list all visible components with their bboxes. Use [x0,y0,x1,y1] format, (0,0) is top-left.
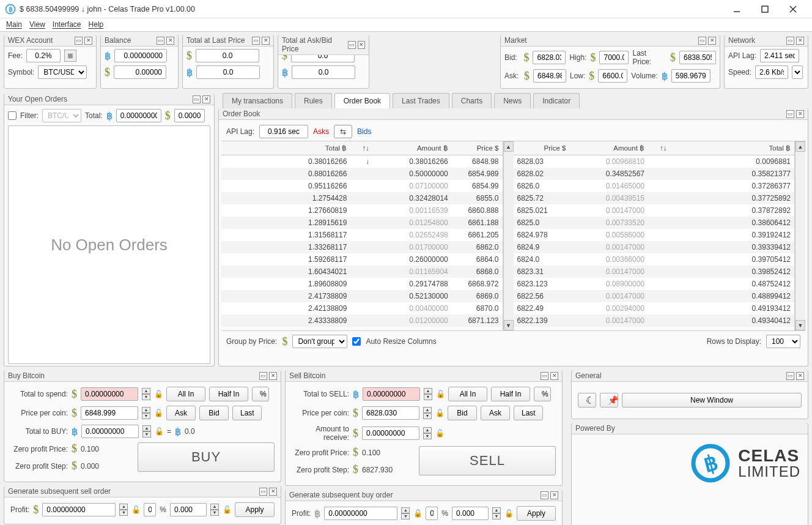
panel-restore-icon[interactable]: ▭ [157,37,164,45]
panel-close-icon[interactable]: ✕ [269,372,277,380]
panel-restore-icon[interactable]: ▭ [348,41,355,49]
panel-close-icon[interactable]: ✕ [358,41,365,49]
spinner[interactable]: ▲▼ [423,427,432,439]
new-window-button[interactable]: New Window [622,393,802,408]
price-input[interactable] [81,406,138,420]
panel-restore-icon[interactable]: ▭ [252,37,260,45]
auto-resize-checkbox[interactable] [352,337,361,346]
pct-input[interactable] [452,507,489,520]
ask-row[interactable]: 1.592681170.260000006864.0 [221,253,503,266]
high-value[interactable] [599,51,629,64]
bid-row[interactable]: 6824.90.001470000.39339412 [514,241,795,253]
bids-scrollbar[interactable]: ▲▼ [795,141,805,330]
ask-row[interactable]: 0.38016266↓0.380162666848.98 [221,155,503,168]
ask-row[interactable]: 1.896088090.291747886868.972 [221,278,503,290]
menu-view[interactable]: View [29,20,45,29]
bid-row[interactable]: 6826.00.014650000.37286377 [514,180,795,192]
ask-row[interactable]: 1.315681170.026524986861.205 [221,229,503,241]
panel-close-icon[interactable]: ✕ [166,37,174,45]
spinner[interactable]: ▲▼ [142,388,150,400]
bid-row[interactable]: 6823.310.001470000.39852412 [514,266,795,278]
lock-icon[interactable]: 🔓 [436,388,445,400]
last-button[interactable]: Last [232,406,262,420]
ask-button[interactable]: Ask [481,406,510,420]
panel-restore-icon[interactable]: ▭ [786,372,794,380]
ask-button[interactable]: Ask [166,406,196,420]
tab-last-trades[interactable]: Last Trades [393,93,449,108]
bid-row[interactable]: 6825.0210.001470000.37872892 [514,204,795,217]
ask-row[interactable]: 0.951162660.071000006854.99 [221,180,503,192]
swap-button[interactable]: ⇆ [334,125,352,138]
bid-row[interactable]: 6823.1230.089000000.48752412 [514,278,795,290]
halfin-button[interactable]: Half In [491,387,530,401]
lock-icon[interactable]: 🔓 [131,504,140,516]
panel-close-icon[interactable]: ✕ [269,488,277,496]
panel-close-icon[interactable]: ✕ [262,37,270,45]
ask-row[interactable]: 1.604340210.011659046868.0 [221,266,503,278]
zero-input[interactable] [426,507,438,520]
recv-input[interactable] [362,426,419,440]
apilag-value[interactable] [760,49,799,62]
vol-value[interactable] [671,69,711,83]
bid-button[interactable]: Bid [448,406,477,420]
apply-button[interactable]: Apply [235,502,275,517]
bid-value[interactable] [533,51,566,64]
total-last-btc[interactable] [196,65,260,79]
fee-settings-icon[interactable]: ≣ [64,50,76,62]
pct-button[interactable]: % [252,387,269,401]
panel-restore-icon[interactable]: ▭ [786,110,794,118]
panel-restore-icon[interactable]: ▭ [786,37,794,45]
ask-row[interactable]: 0.880162660.500000006854.989 [221,168,503,180]
balance-btc[interactable] [114,49,167,62]
ask-row[interactable]: 1.289156190.012548006861.188 [221,217,503,229]
spinner[interactable]: ▲▼ [119,504,128,516]
panel-restore-icon[interactable]: ▭ [259,488,267,496]
bid-row[interactable]: 6824.00.003660000.39705412 [514,253,795,266]
pct-button[interactable]: % [534,387,551,401]
profit-input[interactable] [324,507,397,520]
bid-button[interactable]: Bid [199,406,229,420]
menu-help[interactable]: Help [89,20,104,29]
panel-close-icon[interactable]: ✕ [796,37,804,45]
bid-row[interactable]: 6828.030.009688100.0096881 [514,155,795,168]
ob-apilag-value[interactable] [259,125,308,138]
panel-close-icon[interactable]: ✕ [202,95,210,103]
profit-input[interactable] [42,503,116,516]
spinner[interactable]: ▲▼ [424,388,432,400]
ask-value[interactable] [533,69,566,83]
open-total-usd[interactable] [174,109,205,122]
tab-my-transactions[interactable]: My transactions [223,93,292,108]
open-total-btc[interactable] [116,109,161,122]
symbol-select[interactable]: BTC/USD [38,65,87,79]
maximize-button[interactable] [751,0,779,18]
speed-value[interactable] [755,65,788,79]
spinner[interactable]: ▲▼ [401,507,410,519]
menu-main[interactable]: Main [6,20,22,29]
ask-row[interactable]: 1.332681170.017000006862.0 [221,241,503,253]
spinner[interactable]: ▲▼ [142,425,151,438]
ask-row[interactable]: 2.421388090.004000006870.0 [221,302,503,315]
menu-interface[interactable]: Interface [53,20,81,29]
panel-close-icon[interactable]: ✕ [796,372,804,380]
spinner[interactable]: ▲▼ [492,507,501,519]
apply-button[interactable]: Apply [517,506,556,521]
balance-usd[interactable] [114,65,166,79]
tab-indicator[interactable]: Indicator [533,93,580,108]
ask-row[interactable]: 1.27544280.324280146855.0 [221,192,503,204]
bid-row[interactable]: 6822.1390.001470000.49340412 [514,315,795,327]
panel-close-icon[interactable]: ✕ [708,37,716,45]
ask-row[interactable]: 2.433388090.012000006871.123 [221,315,503,327]
close-button[interactable] [779,0,807,18]
spend-input[interactable] [81,387,138,401]
lock-icon[interactable]: 🔓 [435,407,444,419]
speed-unit-select[interactable] [792,65,803,79]
lock-icon[interactable]: 🔓 [155,425,163,438]
lock-icon[interactable]: 🔓 [154,388,163,400]
price-input[interactable] [362,406,419,420]
panel-restore-icon[interactable]: ▭ [541,372,548,380]
tab-rules[interactable]: Rules [295,93,332,108]
zero-input[interactable] [144,503,156,516]
bid-row[interactable]: 6822.560.001470000.48899412 [514,290,795,302]
ask-row[interactable]: 2.417388090.521300006869.0 [221,290,503,302]
total-ab-btc[interactable] [292,65,355,79]
